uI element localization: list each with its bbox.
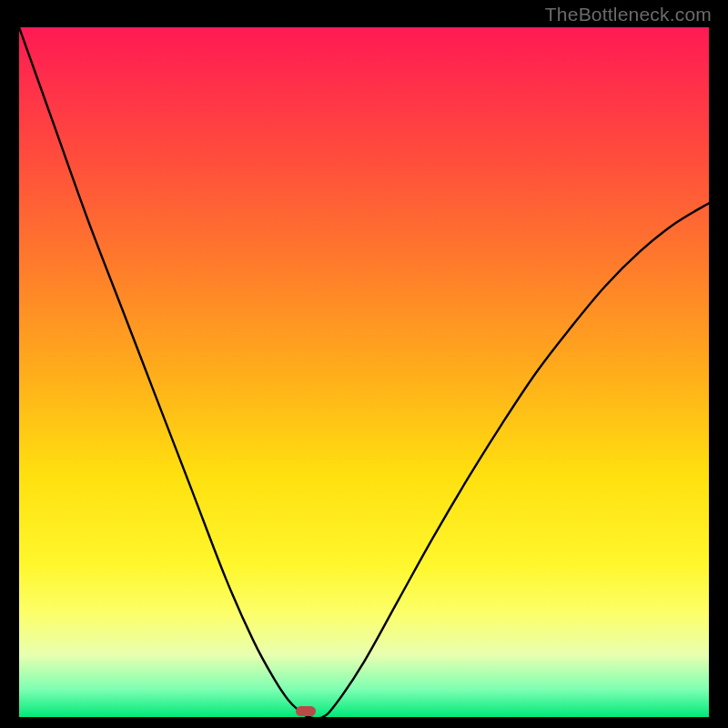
curve-line [19,27,709,717]
chart-frame: TheBottleneck.com [0,0,728,728]
watermark-text: TheBottleneck.com [545,4,712,25]
plot-area [19,27,709,717]
minimum-marker [296,706,316,716]
